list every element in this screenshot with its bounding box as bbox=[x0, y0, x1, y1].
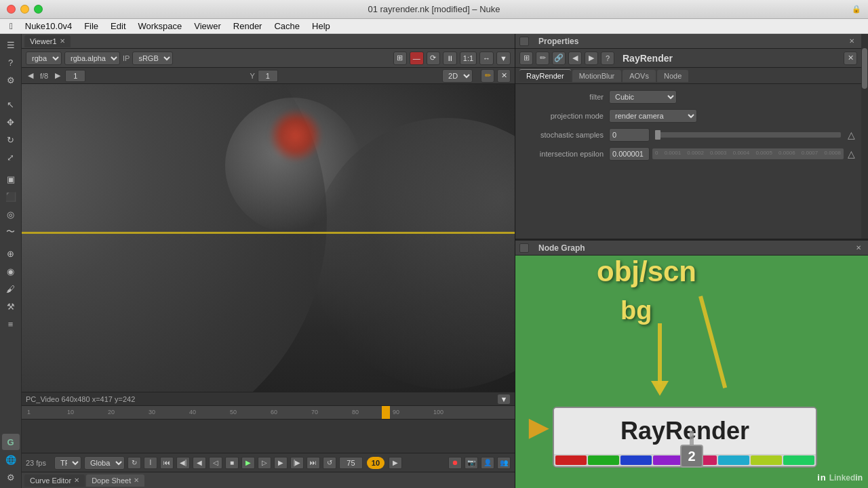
filter-select[interactable]: Cubic bbox=[609, 90, 677, 104]
epsilon-adjust-btn[interactable]: △ bbox=[846, 148, 856, 160]
projection-select[interactable]: render camera bbox=[609, 109, 697, 123]
stochastic-input[interactable] bbox=[609, 128, 650, 142]
view-mode-select[interactable]: 2D bbox=[442, 69, 473, 83]
epsilon-ruler[interactable]: 0 0.0001 0.0002 0.0003 0.0004 0.0005 0.0… bbox=[652, 148, 844, 159]
window-controls[interactable] bbox=[7, 5, 43, 14]
toolbar-rotate-btn[interactable]: ↻ bbox=[2, 131, 20, 148]
stop-btn[interactable]: ■ bbox=[225, 457, 239, 469]
tab-curve-editor[interactable]: Curve Editor ✕ bbox=[24, 474, 85, 487]
prev-frame-btn[interactable]: ◀ bbox=[193, 457, 206, 469]
output-number-badge[interactable]: 2 bbox=[680, 445, 703, 468]
viewer-tab-1[interactable]: Viewer1 ✕ bbox=[24, 35, 71, 47]
toolbar-select-btn[interactable]: ↖ bbox=[2, 96, 20, 113]
fwd-play-btn[interactable]: ▶ bbox=[389, 457, 402, 469]
toolbar-g-btn[interactable]: G bbox=[2, 434, 20, 450]
viewer-status-btn[interactable]: ▼ bbox=[497, 394, 511, 405]
toolbar-layers-btn[interactable]: ≡ bbox=[2, 316, 20, 332]
menu-file[interactable]: File bbox=[79, 20, 104, 33]
playhead[interactable] bbox=[382, 406, 390, 419]
person2-btn[interactable]: 👥 bbox=[497, 457, 511, 469]
menu-workspace[interactable]: Workspace bbox=[133, 20, 188, 33]
maximize-button[interactable] bbox=[34, 5, 43, 14]
node-graph-content[interactable]: obj/scn bg RayRender bbox=[515, 256, 868, 488]
pt-btn-1[interactable]: ⊞ bbox=[519, 52, 533, 65]
playhead-badge[interactable]: 10 bbox=[367, 457, 384, 469]
toolbar-scale-btn[interactable]: ⤢ bbox=[2, 149, 20, 165]
tab-motionblur[interactable]: MotionBlur bbox=[572, 70, 622, 82]
tf-select[interactable]: TF bbox=[54, 456, 81, 470]
toolbar-draw-btn[interactable]: ◎ bbox=[2, 206, 20, 222]
tab-rayrender[interactable]: RayRender bbox=[519, 69, 571, 82]
pt-btn-6[interactable]: ? bbox=[601, 52, 614, 65]
toolbar-mask-btn[interactable]: ⊕ bbox=[2, 245, 20, 262]
prev-frame-btn[interactable]: ◀ bbox=[26, 71, 35, 80]
dope-sheet-close[interactable]: ✕ bbox=[134, 476, 139, 484]
menu-viewer[interactable]: Viewer bbox=[189, 20, 226, 33]
cam-btn[interactable]: 📷 bbox=[465, 457, 478, 469]
toolbar-sphere-btn[interactable]: 🌐 bbox=[2, 451, 20, 468]
first-frame-btn[interactable]: ⏮ bbox=[160, 457, 174, 469]
person-btn[interactable]: 👤 bbox=[481, 457, 494, 469]
pt-btn-5[interactable]: ▶ bbox=[585, 52, 598, 65]
frame-number-input[interactable] bbox=[339, 457, 363, 469]
play-btn[interactable]: ▶ bbox=[241, 457, 255, 469]
tab-aovs[interactable]: AOVs bbox=[623, 70, 656, 82]
scope-select[interactable]: Global bbox=[84, 456, 125, 470]
next-frame-btn[interactable]: ▶ bbox=[274, 457, 288, 469]
loop-mode-btn[interactable]: ↺ bbox=[323, 457, 336, 469]
toolbar-move-btn[interactable]: ✥ bbox=[2, 114, 20, 130]
stochastic-slider[interactable] bbox=[655, 132, 841, 138]
ng-close-btn[interactable]: ✕ bbox=[853, 243, 864, 253]
viewer-settings-btn[interactable]: ▼ bbox=[496, 52, 511, 65]
toolbar-menu-btn[interactable]: ☰ bbox=[2, 37, 20, 53]
viewer-lock-btn[interactable]: ⏸ bbox=[443, 52, 457, 65]
toolbar-settings2-btn[interactable]: ⚙ bbox=[2, 469, 20, 485]
timeline-content[interactable] bbox=[22, 420, 515, 453]
menu-cache[interactable]: Cache bbox=[269, 20, 305, 33]
properties-scrollbar[interactable] bbox=[861, 34, 868, 239]
frame-input[interactable] bbox=[65, 70, 85, 82]
prev-key-btn[interactable]: ◀| bbox=[176, 457, 190, 469]
toolbar-eye-btn[interactable]: ◉ bbox=[2, 263, 20, 279]
close-button[interactable] bbox=[7, 5, 16, 14]
ng-check[interactable] bbox=[519, 243, 529, 253]
props-check[interactable] bbox=[519, 37, 529, 46]
y-input[interactable] bbox=[258, 70, 278, 82]
toolbar-settings-btn[interactable]: ⚙ bbox=[2, 72, 20, 88]
toolbar-spline-btn[interactable]: 〜 bbox=[2, 224, 20, 240]
viewer-pencil-btn[interactable]: ✏ bbox=[481, 69, 494, 83]
stochastic-adjust-btn[interactable]: △ bbox=[846, 129, 856, 141]
next-key-btn[interactable]: |▶ bbox=[290, 457, 304, 469]
rec-btn[interactable]: ⏺ bbox=[448, 457, 462, 469]
menu-help[interactable]: Help bbox=[307, 20, 336, 33]
menu-render[interactable]: Render bbox=[228, 20, 268, 33]
viewer-tab-close[interactable]: ✕ bbox=[60, 37, 65, 45]
pt-btn-4[interactable]: ◀ bbox=[568, 52, 582, 65]
last-frame-btn[interactable]: ⏭ bbox=[307, 457, 320, 469]
tab-dope-sheet[interactable]: Dope Sheet ✕ bbox=[86, 474, 144, 487]
step-back-btn[interactable]: ◁ bbox=[209, 457, 222, 469]
step-fwd-btn[interactable]: ▷ bbox=[258, 457, 271, 469]
viewer-zoom-btn[interactable]: 1:1 bbox=[460, 52, 477, 65]
pt-btn-2[interactable]: ✏ bbox=[536, 52, 549, 65]
props-minimize-btn[interactable]: ✕ bbox=[846, 36, 857, 47]
viewer-fit-btn[interactable]: ↔ bbox=[479, 52, 494, 65]
tab-node[interactable]: Node bbox=[657, 70, 688, 82]
colorspace-select[interactable]: sRGB bbox=[132, 52, 173, 65]
menu-nuke[interactable]: Nuke10.0v4 bbox=[20, 20, 77, 33]
next-frame-btn[interactable]: ▶ bbox=[53, 71, 62, 80]
viewer-layout-btn[interactable]: ⊞ bbox=[393, 52, 407, 65]
curve-editor-close[interactable]: ✕ bbox=[74, 476, 79, 484]
pt-btn-close[interactable]: ✕ bbox=[844, 52, 857, 65]
viewer-red-btn[interactable]: — bbox=[410, 52, 424, 65]
toolbar-help-btn[interactable]: ? bbox=[2, 54, 20, 70]
scrollbar-thumb[interactable] bbox=[862, 48, 867, 89]
toolbar-paint-btn[interactable]: ⬛ bbox=[2, 188, 20, 205]
epsilon-input[interactable] bbox=[609, 147, 650, 161]
channel-select[interactable]: rgba bbox=[26, 52, 62, 65]
menu-edit[interactable]: Edit bbox=[105, 20, 131, 33]
alpha-select[interactable]: rgba.alpha bbox=[64, 52, 120, 65]
loop-btn[interactable]: ↻ bbox=[127, 457, 141, 469]
pt-btn-3[interactable]: 🔗 bbox=[552, 52, 566, 65]
viewer-sync-btn[interactable]: ⟳ bbox=[427, 52, 440, 65]
